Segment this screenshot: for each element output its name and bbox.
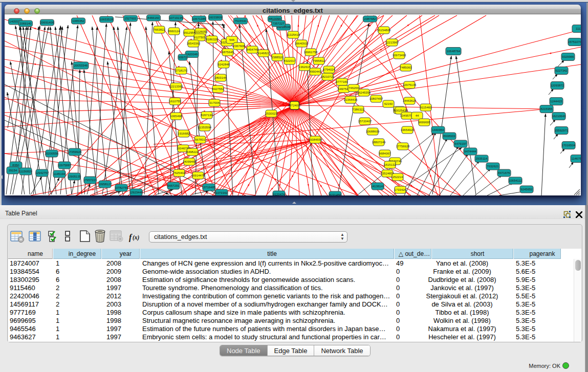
- svg-text:2367608: 2367608: [233, 45, 245, 48]
- svg-text:1610755: 1610755: [169, 100, 181, 103]
- svg-text:9127503: 9127503: [193, 36, 206, 39]
- svg-text:7632621: 7632621: [487, 165, 499, 168]
- svg-text:2935114: 2935114: [476, 157, 488, 160]
- svg-text:1588520: 1588520: [271, 56, 284, 59]
- svg-text:20200556: 20200556: [45, 152, 59, 155]
- svg-text:18724007: 18724007: [288, 104, 301, 107]
- svg-text:8215955: 8215955: [540, 107, 553, 111]
- svg-text:1145194: 1145194: [54, 172, 66, 176]
- svg-text:7515530: 7515530: [234, 19, 247, 23]
- svg-text:9242848: 9242848: [217, 63, 230, 66]
- svg-text:13716485: 13716485: [202, 186, 216, 189]
- svg-text:1065498: 1065498: [170, 115, 182, 118]
- svg-text:7485063: 7485063: [400, 66, 412, 69]
- svg-text:10958127: 10958127: [98, 183, 112, 186]
- svg-text:1244415: 1244415: [550, 100, 562, 103]
- svg-text:1440954: 1440954: [432, 128, 444, 132]
- svg-text:2420046: 2420046: [186, 53, 198, 56]
- svg-text:9115460: 9115460: [420, 106, 432, 109]
- svg-text:15720407: 15720407: [358, 120, 372, 123]
- svg-text:252214: 252214: [393, 176, 403, 179]
- svg-text:16245354: 16245354: [357, 91, 371, 94]
- svg-text:7357227: 7357227: [272, 22, 285, 25]
- svg-text:1146753: 1146753: [572, 157, 581, 160]
- svg-text:8231456: 8231456: [329, 193, 341, 195]
- svg-text:12213369: 12213369: [169, 85, 183, 88]
- svg-text:16640910: 16640910: [295, 42, 309, 45]
- svg-text:9227342: 9227342: [555, 69, 568, 72]
- svg-text:8471676: 8471676: [498, 171, 510, 174]
- svg-text:19384554: 19384554: [309, 138, 322, 141]
- svg-text:9474444: 9474444: [464, 150, 476, 153]
- svg-text:1615132: 1615132: [384, 163, 396, 166]
- svg-text:8813094: 8813094: [269, 17, 281, 20]
- svg-text:7386322: 7386322: [352, 108, 364, 111]
- svg-text:2718170: 2718170: [175, 69, 187, 72]
- svg-text:9777169: 9777169: [336, 80, 348, 83]
- svg-text:16914479: 16914479: [191, 174, 205, 177]
- svg-text:9699695: 9699695: [418, 121, 430, 124]
- svg-text:16210643: 16210643: [552, 115, 566, 118]
- svg-text:20053346: 20053346: [74, 64, 88, 67]
- svg-text:12975135: 12975135: [403, 83, 417, 86]
- svg-text:16961758: 16961758: [304, 51, 318, 54]
- svg-text:10688609: 10688609: [366, 130, 380, 133]
- svg-text:10025438: 10025438: [394, 109, 408, 112]
- svg-text:22975887: 22975887: [58, 164, 72, 167]
- svg-text:1065352: 1065352: [72, 19, 84, 23]
- svg-text:8322017: 8322017: [284, 59, 296, 62]
- svg-text:17756928: 17756928: [396, 145, 410, 148]
- svg-text:9684067: 9684067: [379, 152, 391, 155]
- svg-text:2087682: 2087682: [364, 17, 376, 20]
- svg-text:8938933: 8938933: [443, 135, 455, 138]
- svg-text:16033809: 16033809: [209, 16, 223, 19]
- svg-text:2803144: 2803144: [214, 76, 227, 79]
- svg-text:546: 546: [229, 38, 235, 41]
- svg-text:9146821: 9146821: [257, 52, 270, 55]
- svg-text:15751074: 15751074: [568, 40, 581, 43]
- svg-text:1111: 1111: [576, 27, 581, 30]
- svg-text:8660124: 8660124: [168, 30, 180, 33]
- svg-text:93972: 93972: [179, 56, 187, 59]
- svg-text:7663822: 7663822: [153, 28, 165, 31]
- svg-text:10653528: 10653528: [100, 18, 114, 21]
- svg-text:8990443: 8990443: [309, 70, 321, 73]
- svg-text:12923448: 12923448: [129, 191, 143, 194]
- svg-text:8454749: 8454749: [246, 48, 258, 51]
- svg-text:10807457: 10807457: [369, 97, 383, 100]
- svg-text:8427552: 8427552: [212, 87, 224, 91]
- svg-text:9329966: 9329966: [562, 55, 574, 58]
- svg-text:567831: 567831: [195, 138, 206, 141]
- svg-text:10648764: 10648764: [447, 50, 461, 53]
- svg-text:10719135: 10719135: [169, 16, 183, 19]
- svg-text:44: 44: [416, 114, 419, 117]
- svg-text:9657291: 9657291: [167, 184, 180, 187]
- svg-text:317006: 317006: [209, 101, 220, 104]
- svg-text:12213967: 12213967: [385, 41, 399, 44]
- svg-text:9245652: 9245652: [520, 188, 533, 191]
- svg-text:1527602: 1527602: [124, 17, 137, 20]
- svg-text:7625402: 7625402: [173, 171, 185, 174]
- svg-text:17016504: 17016504: [562, 144, 576, 147]
- svg-text:14463627: 14463627: [403, 99, 417, 102]
- svg-text:62160: 62160: [384, 102, 393, 105]
- svg-text:17359928: 17359928: [68, 150, 82, 154]
- svg-text:12093872: 12093872: [551, 84, 564, 87]
- svg-text:7955812: 7955812: [313, 59, 325, 62]
- svg-text:18807249: 18807249: [372, 141, 386, 144]
- svg-text:10782759: 10782759: [115, 186, 128, 189]
- svg-text:11353594: 11353594: [198, 126, 212, 129]
- svg-text:14099465: 14099465: [183, 160, 197, 163]
- svg-text:17957223: 17957223: [83, 179, 97, 182]
- svg-text:6794024: 6794024: [323, 68, 335, 71]
- svg-text:8350: 8350: [12, 164, 19, 167]
- svg-text:8267130: 8267130: [201, 114, 213, 117]
- svg-text:12942757: 12942757: [35, 171, 49, 174]
- svg-text:11156829: 11156829: [19, 170, 32, 173]
- svg-text:18210722: 18210722: [321, 75, 335, 78]
- svg-text:21364436: 21364436: [344, 98, 358, 101]
- svg-text:11325419: 11325419: [287, 33, 300, 36]
- svg-text:12905135: 12905135: [68, 175, 81, 178]
- svg-text:2530023: 2530023: [265, 112, 277, 115]
- svg-text:14136141: 14136141: [371, 185, 385, 188]
